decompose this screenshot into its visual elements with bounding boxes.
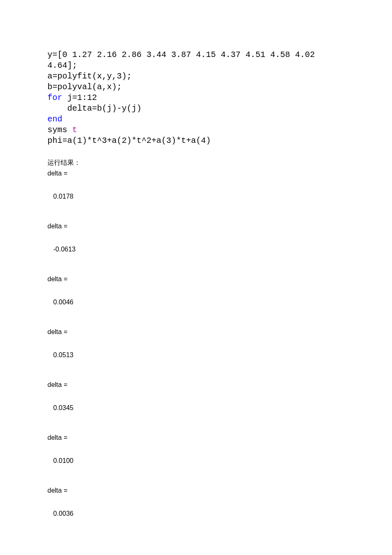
delta-group: delta = 0.0513 <box>47 327 345 360</box>
code-line: b=polyval(a,x); <box>47 82 122 92</box>
symbol-t: t <box>72 125 77 135</box>
code-line: j=1:12 <box>62 93 97 102</box>
result-label: 运行结果： <box>47 158 345 168</box>
code-line: phi=a(1)*t^3+a(2)*t^2+a(3)*t+a(4) <box>47 136 211 145</box>
code-line: delta=b(j)-y(j) <box>47 104 142 113</box>
document-page: y=[0 1.27 2.16 2.86 3.44 3.87 4.15 4.37 … <box>0 0 392 555</box>
delta-label: delta = <box>47 380 345 390</box>
delta-label: delta = <box>47 221 345 231</box>
delta-value: 0.0345 <box>53 403 345 413</box>
code-line: syms <box>47 125 72 135</box>
delta-label: delta = <box>47 486 345 496</box>
result-section: 运行结果： delta = 0.0178 delta = -0.0613 del… <box>47 158 345 519</box>
delta-value: 0.0513 <box>53 350 345 360</box>
delta-group: delta = 0.0046 <box>47 274 345 307</box>
code-block: y=[0 1.27 2.16 2.86 3.44 3.87 4.15 4.37 … <box>47 50 345 146</box>
code-line: 4.64]; <box>47 61 77 70</box>
delta-group: delta = 0.0178 <box>47 168 345 202</box>
delta-group: delta = 0.0345 <box>47 380 345 413</box>
delta-value: 0.0036 <box>53 509 345 519</box>
keyword-for: for <box>47 93 62 102</box>
delta-value: 0.0100 <box>53 456 345 466</box>
delta-label: delta = <box>47 168 345 178</box>
output-block: delta = 0.0178 delta = -0.0613 delta = 0… <box>47 168 345 519</box>
code-line: a=polyfit(x,y,3); <box>47 71 132 81</box>
delta-label: delta = <box>47 274 345 284</box>
delta-value: -0.0613 <box>53 244 345 254</box>
delta-value: 0.0046 <box>53 297 345 307</box>
delta-group: delta = 0.0036 <box>47 486 345 519</box>
delta-group: delta = -0.0613 <box>47 221 345 254</box>
keyword-end: end <box>47 114 62 124</box>
delta-label: delta = <box>47 327 345 337</box>
delta-label: delta = <box>47 433 345 443</box>
delta-value: 0.0178 <box>53 192 345 202</box>
delta-group: delta = 0.0100 <box>47 433 345 466</box>
code-line: y=[0 1.27 2.16 2.86 3.44 3.87 4.15 4.37 … <box>47 50 320 59</box>
